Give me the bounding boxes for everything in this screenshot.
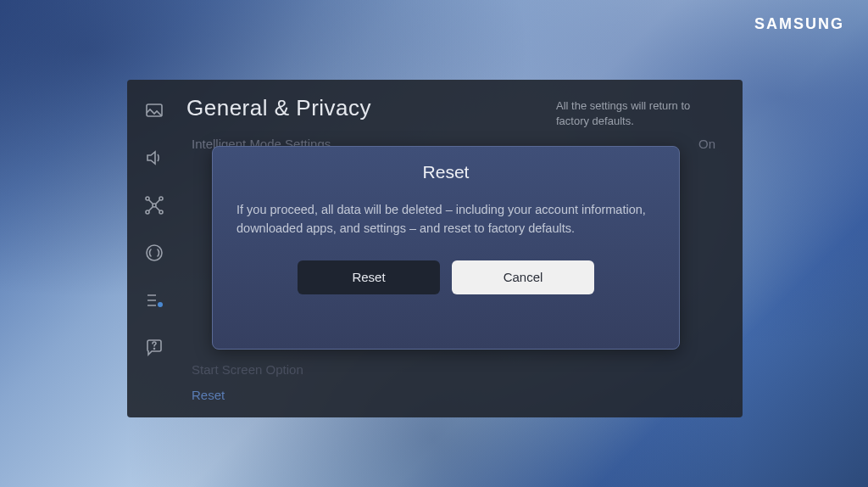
list-item-value: On xyxy=(698,137,715,151)
sound-icon[interactable] xyxy=(141,144,168,171)
sidebar xyxy=(127,80,181,417)
picture-icon[interactable] xyxy=(141,97,168,124)
connection-icon[interactable] xyxy=(141,192,168,219)
svg-point-6 xyxy=(147,245,162,260)
svg-point-8 xyxy=(154,349,155,350)
dialog-buttons: Reset Cancel xyxy=(236,260,655,294)
broadcasting-icon[interactable] xyxy=(141,239,168,266)
svg-point-3 xyxy=(159,197,163,200)
svg-point-4 xyxy=(146,210,149,214)
svg-point-5 xyxy=(159,210,163,214)
list-item-start: Start Screen Option xyxy=(192,362,303,377)
svg-point-2 xyxy=(146,197,149,200)
settings-panel: General & Privacy All the settings will … xyxy=(127,80,743,417)
reset-dialog: Reset If you proceed, all data will be d… xyxy=(212,146,680,350)
svg-point-1 xyxy=(153,204,156,207)
dialog-title: Reset xyxy=(236,162,655,182)
page-title: General & Privacy xyxy=(186,95,371,121)
svg-point-7 xyxy=(158,302,163,307)
reset-button[interactable]: Reset xyxy=(298,260,440,294)
dialog-body: If you proceed, all data will be deleted… xyxy=(236,201,655,238)
support-icon[interactable] xyxy=(141,334,168,361)
cancel-button[interactable]: Cancel xyxy=(452,260,594,294)
page-description: All the settings will return to factory … xyxy=(556,95,726,128)
main-content: General & Privacy All the settings will … xyxy=(181,80,743,417)
list-item-reset[interactable]: Reset xyxy=(192,388,225,402)
general-icon[interactable] xyxy=(141,287,168,314)
brand-logo: SAMSUNG xyxy=(754,15,844,33)
